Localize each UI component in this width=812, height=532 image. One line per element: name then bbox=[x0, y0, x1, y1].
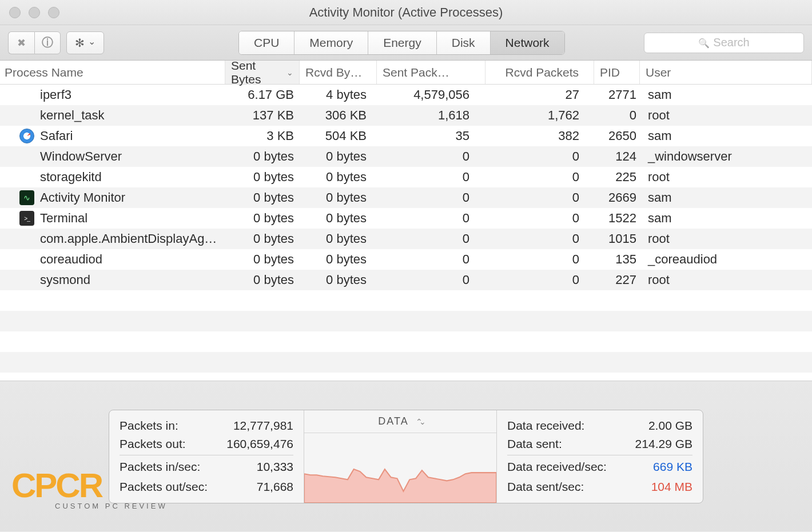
cell-sent-packets: 1,618 bbox=[377, 108, 485, 123]
cell-user: sam bbox=[640, 129, 812, 143]
stat-row: Data received/sec:669 KB bbox=[507, 457, 692, 477]
cell-sent-packets: 0 bbox=[377, 231, 485, 246]
close-window-button[interactable] bbox=[9, 7, 21, 18]
cell-sent-bytes: 0 bytes bbox=[225, 211, 300, 226]
search-icon bbox=[698, 36, 710, 49]
table-row[interactable]: Activity Monitor0 bytes0 bytes002669sam bbox=[0, 187, 812, 208]
cell-rcvd-packets: 0 bbox=[485, 211, 594, 226]
stat-value: 160,659,476 bbox=[226, 437, 293, 451]
tab-memory[interactable]: Memory bbox=[294, 31, 368, 54]
cell-sent-packets: 0 bbox=[377, 211, 485, 226]
cell-sent-bytes: 137 KB bbox=[225, 108, 300, 123]
stat-label: Data sent: bbox=[507, 437, 562, 451]
info-icon bbox=[42, 35, 53, 50]
table-header: Process Name Sent Bytes Rcvd By… Sent Pa… bbox=[0, 61, 812, 85]
toolbar: CPUMemoryEnergyDiskNetwork Search bbox=[0, 25, 812, 61]
tab-cpu[interactable]: CPU bbox=[239, 31, 294, 54]
stats-footer: Packets in:12,777,981Packets out:160,659… bbox=[0, 381, 812, 531]
cell-pid: 2650 bbox=[594, 129, 640, 143]
x-icon bbox=[17, 36, 26, 49]
cell-sent-packets: 0 bbox=[377, 273, 485, 287]
table-row[interactable]: iperf36.17 GB4 bytes4,579,056272771sam bbox=[0, 85, 812, 105]
cell-pid: 124 bbox=[594, 149, 640, 164]
throughput-graph: DATA bbox=[304, 410, 497, 503]
chevron-down-icon bbox=[88, 36, 95, 49]
cell-sent-bytes: 0 bytes bbox=[225, 190, 300, 205]
stat-value: 214.29 GB bbox=[635, 437, 692, 451]
process-table: Process Name Sent Bytes Rcvd By… Sent Pa… bbox=[0, 61, 812, 381]
zoom-window-button[interactable] bbox=[48, 7, 59, 18]
cell-rcvd-packets: 382 bbox=[485, 129, 594, 143]
sort-desc-icon bbox=[286, 66, 293, 79]
col-pid[interactable]: PID bbox=[594, 61, 640, 84]
process-action-group bbox=[8, 31, 61, 54]
process-name: kernel_task bbox=[40, 108, 105, 123]
cell-rcvd-packets: 0 bbox=[485, 273, 594, 287]
col-sent-packets[interactable]: Sent Pack… bbox=[377, 61, 485, 84]
cell-rcvd-packets: 1,762 bbox=[485, 108, 594, 123]
stat-row: Data received:2.00 GB bbox=[507, 416, 692, 435]
cell-sent-packets: 0 bbox=[377, 190, 485, 205]
table-row-empty bbox=[0, 373, 812, 393]
stat-row: Packets in/sec:10,333 bbox=[120, 457, 293, 477]
search-field[interactable]: Search bbox=[644, 33, 804, 53]
tab-network[interactable]: Network bbox=[491, 31, 564, 54]
col-rcvd-bytes[interactable]: Rcvd By… bbox=[300, 61, 377, 84]
cell-user: _coreaudiod bbox=[640, 252, 812, 267]
quit-process-button[interactable] bbox=[8, 31, 34, 54]
tab-energy[interactable]: Energy bbox=[368, 31, 437, 54]
cell-pid: 2669 bbox=[594, 190, 640, 205]
cell-pid: 225 bbox=[594, 170, 640, 185]
window-title: Activity Monitor (Active Processes) bbox=[0, 5, 812, 20]
stepper-icon bbox=[416, 415, 423, 427]
cell-rcvd-bytes: 504 KB bbox=[300, 129, 377, 143]
process-name: sysmond bbox=[40, 273, 90, 287]
app-icon bbox=[19, 129, 34, 143]
col-user[interactable]: User bbox=[640, 61, 812, 84]
cell-sent-packets: 0 bbox=[377, 252, 485, 267]
graph-body bbox=[304, 433, 496, 503]
settings-menu-button[interactable] bbox=[66, 31, 104, 54]
cell-rcvd-bytes: 0 bytes bbox=[300, 252, 377, 267]
table-row[interactable]: coreaudiod0 bytes0 bytes00135_coreaudiod bbox=[0, 249, 812, 270]
minimize-window-button[interactable] bbox=[29, 7, 40, 18]
table-row[interactable]: sysmond0 bytes0 bytes00227root bbox=[0, 270, 812, 290]
table-row[interactable]: Terminal0 bytes0 bytes001522sam bbox=[0, 208, 812, 229]
stat-row: Data sent:214.29 GB bbox=[507, 436, 692, 455]
cell-rcvd-bytes: 0 bytes bbox=[300, 170, 377, 185]
resource-tabs: CPUMemoryEnergyDiskNetwork bbox=[238, 31, 565, 55]
cell-sent-packets: 0 bbox=[377, 170, 485, 185]
inspect-process-button[interactable] bbox=[34, 31, 61, 54]
cell-pid: 0 bbox=[594, 108, 640, 123]
table-row[interactable]: storagekitd0 bytes0 bytes00225root bbox=[0, 167, 812, 187]
cell-pid: 135 bbox=[594, 252, 640, 267]
gear-icon bbox=[75, 36, 85, 50]
cell-pid: 2771 bbox=[594, 87, 640, 102]
cell-sent-packets: 4,579,056 bbox=[377, 87, 485, 102]
table-row[interactable]: kernel_task137 KB306 KB1,6181,7620root bbox=[0, 105, 812, 126]
stat-label: Data sent/sec: bbox=[507, 480, 584, 494]
app-icon bbox=[19, 211, 34, 226]
process-name: storagekitd bbox=[40, 170, 102, 185]
cell-sent-bytes: 0 bytes bbox=[225, 231, 300, 246]
graph-mode-selector[interactable]: DATA bbox=[304, 410, 496, 433]
process-name: coreaudiod bbox=[40, 252, 102, 267]
cell-user: _windowserver bbox=[640, 149, 812, 164]
stat-value: 71,668 bbox=[257, 480, 293, 494]
tab-disk[interactable]: Disk bbox=[437, 31, 491, 54]
cell-sent-bytes: 0 bytes bbox=[225, 273, 300, 287]
col-sent-bytes[interactable]: Sent Bytes bbox=[225, 61, 300, 84]
table-row[interactable]: WindowServer0 bytes0 bytes00124_windowse… bbox=[0, 146, 812, 167]
stat-label: Data received/sec: bbox=[507, 460, 607, 474]
cell-sent-bytes: 6.17 GB bbox=[225, 87, 300, 102]
search-placeholder: Search bbox=[713, 36, 749, 49]
col-process-name[interactable]: Process Name bbox=[0, 61, 225, 84]
table-row-empty bbox=[0, 352, 812, 373]
process-name: Activity Monitor bbox=[40, 190, 125, 205]
cell-sent-packets: 0 bbox=[377, 149, 485, 164]
cell-user: sam bbox=[640, 211, 812, 226]
table-row[interactable]: Safari3 KB504 KB353822650sam bbox=[0, 126, 812, 146]
table-row[interactable]: com.apple.AmbientDisplayAg…0 bytes0 byte… bbox=[0, 229, 812, 249]
process-name: com.apple.AmbientDisplayAg… bbox=[40, 231, 217, 246]
col-rcvd-packets[interactable]: Rcvd Packets bbox=[485, 61, 594, 84]
